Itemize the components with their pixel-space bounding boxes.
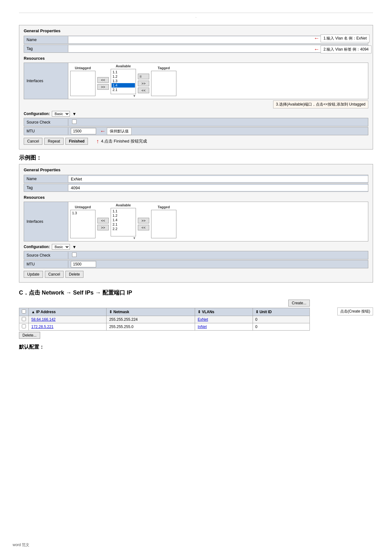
move-from-untagged-btn-top[interactable]: >> — [97, 84, 109, 90]
configuration-select-top[interactable]: Basic — [52, 111, 70, 117]
list-item[interactable]: 1.4 — [112, 218, 135, 222]
row-checkbox-1[interactable] — [22, 317, 26, 321]
delete-button-bottom[interactable]: Delete — [65, 271, 83, 278]
bottom-form-section: General Properties Name ExNet Tag 4094 R… — [19, 164, 373, 283]
cancel-button-top[interactable]: Cancel — [24, 138, 42, 145]
section-c-title: C．点击 Network → Self IPs → 配置端口 IP — [19, 289, 373, 296]
tagged-list-bottom[interactable] — [151, 210, 176, 238]
th-unit-id[interactable]: ⇕ Unit ID — [253, 308, 309, 316]
td-checkbox-1 — [19, 316, 29, 323]
configuration-label-bottom: Configuration: — [24, 245, 50, 249]
list-item-selected[interactable]: 1.4 — [112, 83, 135, 88]
callout-3: 3.选择(Available)端口，点击<<按钮,添加到 Untagged — [273, 100, 368, 108]
resources-title-bottom: Resources — [24, 195, 368, 200]
source-check-label-top: Source Check — [24, 119, 68, 126]
tag-row-bottom: Tag 4094 — [24, 184, 368, 192]
th-ip-address[interactable]: ▲ IP Address — [29, 308, 107, 316]
top-form-section: General Properties Name Tag ← 1.输入 Vlan … — [19, 25, 373, 149]
update-button-bottom[interactable]: Update — [24, 271, 43, 278]
list-item[interactable]: 1.1 — [112, 209, 135, 213]
td-vlan-2: InNet — [195, 323, 253, 331]
th-netmask[interactable]: ⇕ Netmask — [107, 308, 195, 316]
tagged-col-bottom: Tagged — [151, 205, 176, 238]
interfaces-row-bottom: Interfaces Untagged 1.3 << >> Available — [24, 202, 368, 241]
self-ips-tbody: 58.64.166.142 255.255.255.224 ExNet 0 — [19, 316, 310, 331]
ip-link-1[interactable]: 58.64.166.142 — [31, 317, 56, 322]
button-row-top: Cancel Repeat Finished ↑ 4.点击 Finished 按… — [24, 138, 368, 145]
ip-address-header-label: IP Address — [36, 310, 56, 314]
name-input[interactable] — [70, 36, 367, 43]
netmask-value-2: 255.255.255.0 — [109, 325, 133, 329]
repeat-button-top[interactable]: Repeat — [44, 138, 64, 145]
available-list-top[interactable]: 1.1 1.2 1.3 1.4 2.1 — [111, 69, 136, 94]
source-check-label-bottom: Source Check — [24, 252, 68, 259]
unit-id-value-2: 0 — [255, 325, 258, 329]
move-from-untagged-btn-bottom[interactable]: >> — [97, 225, 109, 230]
available-list-bottom[interactable]: 1.1 1.2 1.4 2.1 2.2 — [111, 208, 136, 236]
source-check-checkbox-top[interactable] — [72, 119, 77, 124]
divider-dot: . — [195, 14, 196, 19]
mtu-input-top[interactable] — [71, 128, 96, 134]
untagged-list-top[interactable] — [70, 71, 95, 96]
available-col-top: Available 1.1 1.2 1.3 1.4 2.1 ▼ — [111, 64, 136, 98]
list-item[interactable]: 1.3 — [71, 211, 95, 215]
move-to-untagged-btn-bottom[interactable]: << — [97, 218, 109, 223]
list-item[interactable]: 2.2 — [112, 227, 135, 231]
name-row: Name — [24, 36, 368, 44]
mtu-row-top: MTU ← 保持默认值 — [24, 127, 368, 135]
interfaces-label-top: Interfaces — [24, 63, 68, 99]
list-item[interactable]: 2.1 — [112, 88, 135, 92]
list-item[interactable]: 1.2 — [112, 74, 135, 79]
vlans-header-label: VLANs — [202, 310, 214, 314]
list-item[interactable]: 1.1 — [112, 70, 135, 74]
self-ips-table: ▲ IP Address ⇕ Netmask ⇕ VLANs ⇕ Unit ID — [19, 308, 310, 331]
interfaces-content-bottom: Untagged 1.3 << >> Available 1.1 1.2 — [68, 202, 368, 241]
click-note-top: 4.点击 Finished 按钮完成 — [101, 138, 147, 144]
click-create-annotation: 点击(Create 按钮) — [337, 307, 373, 315]
resources-section-top: Resources Interfaces Untagged << >> Avai… — [24, 56, 368, 108]
row-checkbox-2[interactable] — [22, 324, 26, 328]
list-item[interactable]: 1.3 — [112, 79, 135, 83]
untagged-col-bottom: Untagged 1.3 — [70, 205, 95, 238]
move-to-tagged-btn-top[interactable]: >> — [138, 81, 149, 86]
ip-link-2[interactable]: 172.28.5.221 — [31, 325, 53, 329]
move-to-untagged-btn-top[interactable]: << — [97, 77, 109, 83]
mtu-input-bottom[interactable] — [71, 261, 96, 267]
finished-button-top[interactable]: Finished — [65, 138, 88, 145]
vlan-link-1[interactable]: ExNet — [198, 317, 208, 322]
list-item[interactable]: 2.1 — [112, 222, 135, 227]
config-row-top: Configuration: Basic ▼ — [24, 111, 368, 117]
unit-id-header-label: Unit ID — [260, 310, 272, 314]
mtu-label-top: MTU — [24, 128, 68, 135]
netmask-value-1: 255.255.255.224 — [109, 317, 138, 322]
move-from-tagged-btn-top[interactable]: << — [138, 88, 149, 93]
td-vlan-1: ExNet — [195, 316, 253, 323]
configuration-select-bottom[interactable]: Basic — [52, 244, 70, 250]
move-to-tagged-btn-bottom[interactable]: >> — [138, 218, 149, 223]
delete-btn-row: Delete... — [19, 332, 310, 339]
tag-label: Tag — [24, 45, 68, 52]
unit-id-value-1: 0 — [255, 317, 258, 322]
select-all-checkbox[interactable] — [22, 309, 26, 314]
source-check-input-top — [68, 118, 80, 126]
create-button[interactable]: Create... — [288, 300, 310, 307]
th-vlans[interactable]: ⇕ VLANs — [195, 308, 253, 316]
arrow-buttons-right-top: ≡ >> << — [138, 74, 149, 93]
source-check-checkbox-bottom[interactable] — [72, 253, 77, 257]
vlan-link-2[interactable]: InNet — [198, 325, 207, 329]
tag-input[interactable] — [70, 45, 367, 52]
config-row-bottom: Configuration: Basic ▼ — [24, 244, 368, 250]
click-create-note: 点击(Create 按钮) — [337, 307, 373, 315]
general-properties-title-bottom: General Properties — [24, 167, 368, 172]
untagged-list-bottom[interactable]: 1.3 — [70, 210, 95, 238]
interfaces-content-top: Untagged << >> Available 1.1 1.2 1.3 1.4 — [68, 63, 368, 99]
move-from-tagged-btn-bottom[interactable]: << — [138, 225, 149, 230]
mtu-label-bottom: MTU — [24, 261, 68, 268]
list-item[interactable]: 1.2 — [112, 213, 135, 218]
sort-icon: ▲ — [31, 310, 36, 314]
delete-button-table[interactable]: Delete... — [19, 332, 40, 339]
tagged-list-top[interactable] — [151, 71, 176, 96]
source-check-row-bottom: Source Check — [24, 251, 368, 259]
cancel-button-bottom[interactable]: Cancel — [45, 271, 64, 278]
page-divider: . — [19, 13, 373, 19]
